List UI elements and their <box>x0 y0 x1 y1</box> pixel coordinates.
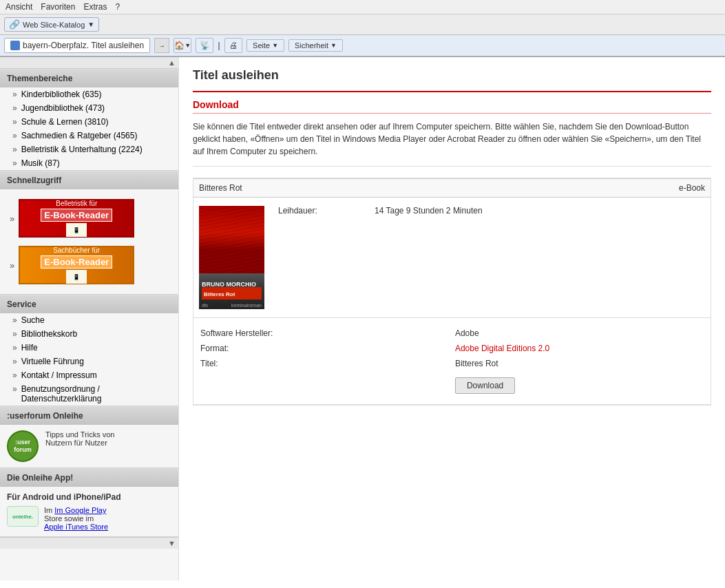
address-bar[interactable]: bayern-Oberpfalz. Titel ausleihen <box>4 38 150 53</box>
menu-help[interactable]: ? <box>115 2 120 12</box>
sidebar-item-jugendbibl[interactable]: Jugendbibliothek (473) <box>0 101 178 115</box>
sidebar-section-service: Service Suche Bibliothekskorb Hilfe Virt… <box>0 295 178 406</box>
address-text: bayern-Oberpfalz. Titel ausleihen <box>23 41 144 50</box>
belletristik-banner[interactable]: Belletristik für E-Book-Reader 📱 <box>19 199 134 238</box>
book-title-header: Bitteres Rot <box>199 183 242 193</box>
app-store-description: Im Im Google Play Store sowie im Apple i… <box>44 506 108 531</box>
sicherheit-button[interactable]: Sicherheit ▼ <box>288 39 343 52</box>
book-detail-row: Bruno MORCHIO Bitteres Rot dtv kriminalr… <box>193 198 711 318</box>
leihdauer-label: Leihdauer: <box>278 206 375 216</box>
banner-sachbucher-row[interactable]: » Sachbücher für E-Book-Reader 📱 <box>4 242 174 288</box>
sachbucher-banner[interactable]: Sachbücher für E-Book-Reader 📱 <box>19 246 134 284</box>
favicon-icon <box>10 41 20 50</box>
sidebar-item-bibliothekskorb[interactable]: Bibliothekskorb <box>0 327 178 341</box>
separator-icon: | <box>218 38 220 53</box>
software-hersteller-label: Software Hersteller: <box>200 326 454 340</box>
service-content: Suche Bibliothekskorb Hilfe Virtuelle Fü… <box>0 313 178 406</box>
download-section-label: Download <box>193 99 711 110</box>
download-button[interactable]: Download <box>455 377 515 394</box>
browser-chrome: Ansicht Favoriten Extras ? 🔗 Web Slice-K… <box>0 0 725 57</box>
format-row: Format: Adobe Digital Editions 2.0 <box>200 342 704 355</box>
sidebar-item-kontakt[interactable]: Kontakt / Impressum <box>0 368 178 382</box>
format-value[interactable]: Adobe Digital Editions 2.0 <box>455 344 549 353</box>
menu-favoriten[interactable]: Favoriten <box>41 2 75 12</box>
sidebar-item-benutzungsordnung[interactable]: Benutzungsordnung / Datenschutzerklärung <box>0 382 178 406</box>
app-section: Für Android und iPhone/iPad onleihe. Im … <box>0 487 178 536</box>
detail-table: Software Hersteller: Adobe Format: Adobe… <box>199 325 705 397</box>
banner-arrow-left: » <box>10 213 14 224</box>
book-info: Leihdauer: 14 Tage 9 Stunden 2 Minuten <box>278 206 705 309</box>
sidebar-item-schule[interactable]: Schule & Lernen (3810) <box>0 115 178 129</box>
book-row-header: Bitteres Rot e-Book <box>193 178 711 198</box>
web-slice-button[interactable]: 🔗 Web Slice-Katalog ▼ <box>4 17 99 32</box>
banner-belletristik-row[interactable]: » Belletristik für E-Book-Reader 📱 <box>4 195 174 242</box>
ebook-reader-icon: 📱 <box>66 223 87 237</box>
banner1-line1: Belletristik für <box>41 200 112 207</box>
sidebar-item-hilfe[interactable]: Hilfe <box>0 341 178 355</box>
cover-footer: dtv kriminalroman <box>202 303 262 308</box>
sidebar-item-sachmedien[interactable]: Sachmedien & Ratgeber (4565) <box>0 129 178 143</box>
description-text: Sie können die Titel entweder direkt ans… <box>193 120 711 167</box>
titel-row: Titel: Bitteres Rot <box>200 357 704 370</box>
toolbar-right: 🏠▼ 📡 | 🖨 Seite ▼ Sicherheit ▼ <box>174 38 343 53</box>
sidebar-item-musik[interactable]: Musik (87) <box>0 156 178 170</box>
itunes-store-link[interactable]: Apple iTunes Store <box>44 523 108 531</box>
seite-button[interactable]: Seite ▼ <box>246 39 284 52</box>
sidebar-section-userforum: :userforum Onleihe :userforum Tipps und … <box>0 406 178 468</box>
userforum-line2: Nutzern für Nutzer <box>45 439 114 447</box>
banner-arrow-left2: » <box>10 260 14 271</box>
sidebar-item-suche[interactable]: Suche <box>0 313 178 327</box>
ebook-badge: e-Book <box>679 183 705 193</box>
detail-area: Software Hersteller: Adobe Format: Adobe… <box>193 318 711 405</box>
app-store-row: onleihe. Im Im Google Play Store sowie i… <box>7 506 171 531</box>
cover-title: Bitteres Rot <box>202 287 262 300</box>
app-content: Für Android und iPhone/iPad onleihe. Im … <box>0 487 178 536</box>
userforum-description: Tipps und Tricks von Nutzern für Nutzer <box>45 430 114 447</box>
book-cover: Bruno MORCHIO Bitteres Rot dtv kriminalr… <box>199 206 264 309</box>
sidebar-scroll-down[interactable]: ▼ <box>168 539 176 547</box>
service-header: Service <box>0 295 178 313</box>
schnellzugriff-header: Schnellzugriff <box>0 171 178 189</box>
banner2-line1: Sachbücher für <box>41 246 112 254</box>
banner1-line2: E-Book-Reader <box>41 209 112 222</box>
web-slice-dropdown-icon[interactable]: ▼ <box>87 21 94 28</box>
userforum-logo: :userforum <box>7 430 39 462</box>
sidebar-scroll-up[interactable]: ▲ <box>168 59 176 67</box>
userforum-header: :userforum Onleihe <box>0 406 178 425</box>
go-button[interactable]: → <box>154 38 169 53</box>
app-store-line2: Store sowie im <box>44 514 108 523</box>
schnellzugriff-content: » Belletristik für E-Book-Reader 📱 » <box>0 189 178 294</box>
sidebar-item-belletristik[interactable]: Belletristik & Unterhaltung (2224) <box>0 143 178 156</box>
format-label: Format: <box>200 342 454 355</box>
userforum-row[interactable]: :userforum Tipps und Tricks von Nutzern … <box>0 425 178 468</box>
print-button[interactable]: 🖨 <box>224 38 242 53</box>
seite-dropdown-icon: ▼ <box>272 42 278 49</box>
main-content: Titel ausleihen Download Sie können die … <box>179 57 725 580</box>
software-hersteller-row: Software Hersteller: Adobe <box>200 326 704 340</box>
banner2-line2: E-Book-Reader <box>41 255 112 269</box>
menu-ansicht[interactable]: Ansicht <box>6 2 32 12</box>
page-wrapper: ▲ Themenbereiche Kinderbibliothek (635) … <box>0 57 725 580</box>
themenbereiche-header: Themenbereiche <box>0 69 178 87</box>
home-button[interactable]: 🏠▼ <box>174 38 191 53</box>
themenbereiche-content: Kinderbibliothek (635) Jugendbibliothek … <box>0 87 178 170</box>
book-entry: Bitteres Rot e-Book Bruno MORCHIO <box>193 178 711 406</box>
menu-bar: Ansicht Favoriten Extras ? <box>0 0 725 14</box>
sidebar: ▲ Themenbereiche Kinderbibliothek (635) … <box>0 57 179 580</box>
sidebar-section-themenbereiche: Themenbereiche Kinderbibliothek (635) Ju… <box>0 69 178 171</box>
menu-extras[interactable]: Extras <box>83 2 107 12</box>
title-divider <box>193 91 711 92</box>
download-btn-row: Download <box>200 372 704 396</box>
userforum-content: :userforum Tipps und Tricks von Nutzern … <box>0 425 178 468</box>
feed-button[interactable]: 📡 <box>196 38 213 53</box>
address-bar-row: 🔗 Web Slice-Katalog ▼ <box>0 14 725 35</box>
web-slice-label: Web Slice-Katalog <box>23 21 85 29</box>
software-hersteller-value: Adobe <box>455 326 704 340</box>
sidebar-item-kinderbibl[interactable]: Kinderbibliothek (635) <box>0 87 178 101</box>
sidebar-item-fuhrung[interactable]: Virtuelle Führung <box>0 355 178 368</box>
download-divider <box>193 113 711 114</box>
app-store-line3: Apple iTunes Store <box>44 523 108 531</box>
google-play-link[interactable]: Im Google Play <box>54 506 106 514</box>
onleihe-logo: onleihe. <box>7 506 39 527</box>
cover-fabric <box>199 206 264 273</box>
